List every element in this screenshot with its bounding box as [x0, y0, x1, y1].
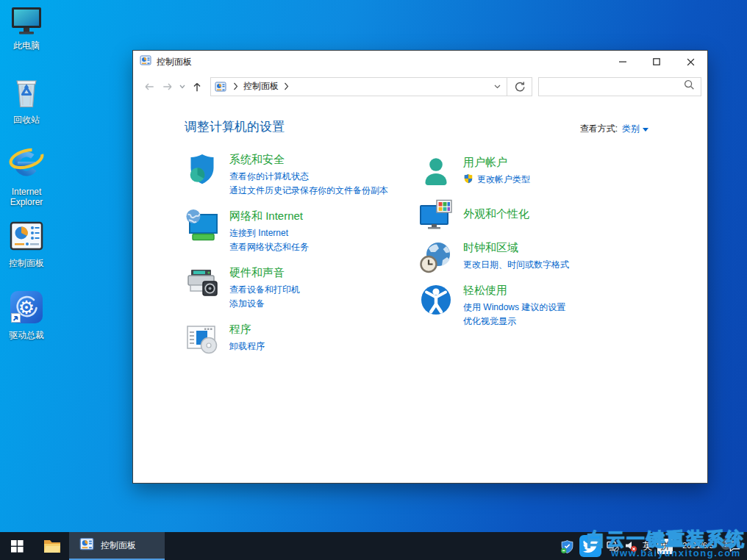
- window-title: 控制面板: [157, 56, 192, 68]
- driver-app-icon: ⚙: [9, 290, 44, 328]
- volume-muted-tray-icon[interactable]: [624, 539, 637, 553]
- forward-button[interactable]: [158, 77, 177, 96]
- minimize-button[interactable]: [606, 51, 640, 73]
- security-shield-icon: [185, 151, 220, 187]
- user-icon: [418, 154, 454, 190]
- titlebar[interactable]: 控制面板: [133, 51, 707, 73]
- printer-speaker-icon: [185, 265, 220, 300]
- notification-center-button[interactable]: 1: [723, 540, 746, 552]
- twitter-tray-icon[interactable]: [579, 535, 601, 557]
- taskbar-task-control-panel[interactable]: 控制面板: [69, 532, 165, 560]
- view-by-value[interactable]: 类别: [622, 123, 648, 135]
- recent-locations-chevron-icon[interactable]: [177, 77, 187, 96]
- address-bar[interactable]: 控制面板: [210, 77, 532, 96]
- category-network-internet[interactable]: 网络和 Internet 连接到 Internet 查看网络状态和任务: [185, 208, 417, 254]
- page-title: 调整计算机的设置: [185, 118, 285, 135]
- categories-left-column: 系统和安全 查看你的计算机状态 通过文件历史记录保存你的文件备份副本 网络和 I…: [185, 151, 417, 356]
- desktop-icon-internet-explorer[interactable]: Internet Explorer: [2, 143, 51, 207]
- category-clock-region[interactable]: 时钟和区域 更改日期、时间或数字格式: [418, 240, 661, 275]
- desktop-icon-label: 驱动总裁: [9, 330, 44, 340]
- category-title[interactable]: 外观和个性化: [463, 207, 529, 221]
- svg-text:⚙: ⚙: [18, 297, 35, 318]
- control-panel-home: 调整计算机的设置 查看方式: 类别 系统和安全 查看你的计算机状态 通过文件历史…: [133, 100, 707, 483]
- category-hardware-sound[interactable]: 硬件和声音 查看设备和打印机 添加设备: [185, 265, 417, 311]
- notification-badge: 1: [721, 539, 732, 550]
- recycle-bin-icon: [10, 74, 43, 112]
- close-button[interactable]: [673, 51, 707, 73]
- category-ease-of-access[interactable]: 轻松使用 使用 Windows 建议的设置 优化视觉显示: [418, 282, 661, 329]
- search-icon[interactable]: [684, 79, 695, 93]
- category-title[interactable]: 程序: [229, 323, 265, 337]
- breadcrumb-control-panel[interactable]: 控制面板: [241, 80, 281, 93]
- control-panel-icon: [10, 219, 43, 256]
- programs-disc-icon: [185, 321, 220, 356]
- file-explorer-button[interactable]: [35, 532, 69, 560]
- desktop-icon-label: Internet Explorer: [2, 187, 51, 207]
- desktop-icon-control-panel[interactable]: 控制面板: [2, 219, 51, 268]
- desktop-icon-label: 此电脑: [13, 40, 40, 51]
- desktop-icon-recycle-bin[interactable]: 回收站: [2, 74, 51, 125]
- tray-clock[interactable]: 2021/6/5: [678, 541, 718, 552]
- internet-explorer-icon: [8, 143, 45, 184]
- control-panel-window: 控制面板 控制面板 调: [132, 50, 708, 484]
- category-title[interactable]: 时钟和区域: [463, 241, 569, 255]
- category-link[interactable]: 优化视觉显示: [463, 315, 565, 329]
- search-input[interactable]: [545, 81, 684, 93]
- desktop-icon-this-pc[interactable]: 此电脑: [2, 6, 51, 51]
- category-title[interactable]: 硬件和声音: [229, 266, 300, 280]
- address-location-icon: [211, 81, 230, 93]
- uac-shield-icon: [463, 173, 473, 187]
- tray-date: 2021/6/5: [682, 541, 714, 550]
- maximize-button[interactable]: [640, 51, 673, 73]
- task-label: 控制面板: [101, 539, 136, 552]
- category-link[interactable]: 添加设备: [229, 297, 300, 311]
- navigation-toolbar: 控制面板: [133, 73, 707, 100]
- search-box[interactable]: [538, 77, 701, 96]
- category-system-security[interactable]: 系统和安全 查看你的计算机状态 通过文件历史记录保存你的文件备份副本: [185, 151, 417, 198]
- category-programs[interactable]: 程序 卸载程序: [185, 321, 417, 356]
- category-title[interactable]: 系统和安全: [229, 153, 388, 167]
- breadcrumb-chevron-icon[interactable]: [281, 82, 292, 90]
- ime-mode-indicator[interactable]: 英: [643, 539, 652, 553]
- this-pc-icon: [10, 6, 43, 38]
- system-tray: 英 拼 2021/6/5 1: [560, 532, 747, 560]
- view-by-label: 查看方式:: [580, 123, 618, 135]
- category-title[interactable]: 网络和 Internet: [229, 209, 309, 223]
- desktop-icon-label: 控制面板: [9, 258, 44, 268]
- category-link[interactable]: 更改帐户类型: [477, 173, 530, 187]
- network-globe-icon: [185, 208, 220, 243]
- chevron-down-icon: [643, 128, 648, 132]
- category-link[interactable]: 连接到 Internet: [229, 226, 309, 240]
- taskbar: 控制面板 英 拼 2021/6/5 1: [0, 532, 747, 560]
- view-by-control: 查看方式: 类别: [580, 123, 648, 135]
- category-link[interactable]: 使用 Windows 建议的设置: [463, 301, 565, 315]
- clock-globe-icon: [418, 240, 454, 275]
- breadcrumb-chevron-icon[interactable]: [230, 82, 241, 90]
- category-link[interactable]: 查看设备和打印机: [229, 283, 300, 297]
- category-link[interactable]: 更改日期、时间或数字格式: [463, 258, 569, 272]
- personalization-icon: [418, 197, 454, 232]
- category-link[interactable]: 查看你的计算机状态: [229, 170, 388, 184]
- desktop-icon-driver-app[interactable]: ⚙ 驱动总裁: [2, 290, 51, 340]
- address-dropdown-chevron-icon[interactable]: [487, 78, 507, 96]
- category-link[interactable]: 卸载程序: [229, 340, 265, 353]
- category-title[interactable]: 轻松使用: [463, 284, 565, 298]
- accessibility-icon: [418, 282, 454, 317]
- start-button[interactable]: [0, 532, 35, 560]
- back-button[interactable]: [139, 77, 158, 96]
- category-title[interactable]: 用户帐户: [463, 156, 530, 170]
- category-link[interactable]: 查看网络状态和任务: [229, 240, 309, 254]
- category-user-accounts[interactable]: 用户帐户 更改帐户类型: [418, 154, 661, 190]
- desktop-icon-label: 回收站: [13, 115, 40, 125]
- window-icon: [140, 54, 151, 69]
- refresh-button[interactable]: [507, 78, 532, 96]
- categories-right-column: 用户帐户 更改帐户类型: [418, 154, 661, 329]
- security-tray-icon[interactable]: [560, 539, 574, 553]
- control-panel-task-icon: [79, 536, 94, 554]
- up-button[interactable]: [187, 77, 207, 96]
- category-link[interactable]: 通过文件历史记录保存你的文件备份副本: [229, 184, 388, 198]
- ime-icon[interactable]: 拼: [657, 539, 673, 554]
- category-appearance-personalization[interactable]: 外观和个性化: [418, 197, 661, 232]
- network-tray-icon[interactable]: [607, 540, 619, 552]
